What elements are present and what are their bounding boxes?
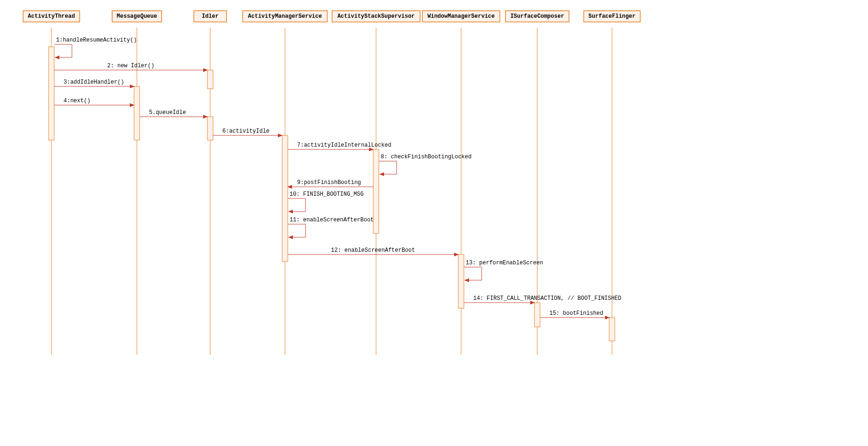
message-label-4: 4:next() xyxy=(64,98,91,104)
message-label-15: 15: bootFinished xyxy=(549,310,603,317)
activation-ActivityThread-0 xyxy=(49,47,54,140)
participant-label-SurfaceFlinger: SurfaceFlinger xyxy=(589,13,636,20)
activation-MessageQueue-2 xyxy=(134,86,140,140)
message-arrow-11 xyxy=(288,224,306,237)
message-label-11: 11: enableScreenAfterBoot xyxy=(290,217,374,223)
activation-SurfaceFlinger-8 xyxy=(609,318,615,341)
message-label-6: 6:activityIdle xyxy=(222,128,270,135)
participant-label-Idler: Idler xyxy=(202,13,219,20)
message-label-5: 5.queueIdle xyxy=(149,109,186,116)
message-label-10: 10: FINISH_BOOTING_MSG xyxy=(290,191,363,198)
participant-label-ActivityStackSupervisor: ActivityStackSupervisor xyxy=(337,13,415,20)
message-arrow-10 xyxy=(288,198,306,212)
activation-WindowManagerService-6 xyxy=(458,255,464,308)
message-label-9: 9:postFinishBooting xyxy=(297,179,361,186)
participant-label-ActivityThread: ActivityThread xyxy=(28,13,75,20)
activation-ActivityStackSupervisor-5 xyxy=(373,149,379,234)
message-label-7: 7:activityIdleInternalLocked xyxy=(297,142,391,149)
message-label-3: 3:addIdleHandler() xyxy=(64,79,124,85)
message-label-1: 1:handleResumeActivity() xyxy=(56,37,137,43)
participant-label-ISurfaceComposer: ISurfaceComposer xyxy=(510,13,564,20)
message-label-14: 14: FIRST_CALL_TRANSACTION, // BOOT_FINI… xyxy=(473,295,621,302)
participant-label-ActivityManagerService: ActivityManagerService xyxy=(248,13,322,20)
message-arrow-13 xyxy=(464,267,482,280)
message-label-13: 13: performEnableScreen xyxy=(466,260,543,266)
activation-Idler-3 xyxy=(207,117,213,140)
participant-label-WindowManagerService: WindowManagerService xyxy=(427,13,495,20)
activation-ISurfaceComposer-7 xyxy=(534,303,540,327)
message-arrow-8 xyxy=(379,161,397,174)
activation-ActivityManagerService-4 xyxy=(282,135,288,262)
message-label-12: 12: enableScreenAfterBoot xyxy=(331,247,415,254)
sequence-diagram: ActivityThreadMessageQueueIdlerActivityM… xyxy=(0,0,868,446)
message-label-2: 2: new Idler() xyxy=(107,63,155,69)
message-label-8: 8: checkFinishBootingLocked xyxy=(381,154,471,160)
activation-Idler-1 xyxy=(207,70,213,89)
message-arrow-1 xyxy=(54,44,72,57)
participant-label-MessageQueue: MessageQueue xyxy=(117,13,157,20)
